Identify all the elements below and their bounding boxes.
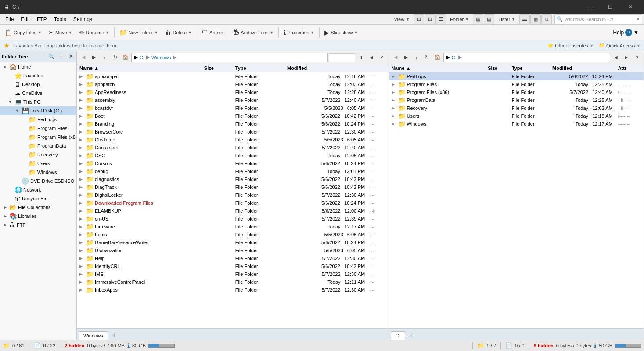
help-button[interactable]: Help ? ▼ <box>609 28 642 37</box>
menu-ftp[interactable]: FTP <box>33 15 50 23</box>
right-file-row[interactable]: ▶ 📁 Recovery File Folder Today 12:02 AM … <box>389 104 644 112</box>
tree-item-ftp[interactable]: ▶ 🖧 FTP <box>0 221 76 229</box>
left-file-row[interactable]: ▶ 📁 en-US File Folder 5/7/2022 12:39 AM … <box>77 215 389 223</box>
tree-item-onedrive[interactable]: ☁ OneDrive <box>0 89 76 98</box>
left-file-row[interactable]: ▶ 📁 ImmersiveControlPanel File Folder To… <box>77 278 389 286</box>
archive-files-button[interactable]: 🗜 Archive Files ▼ <box>230 27 277 38</box>
left-file-row[interactable]: ▶ 📁 AppReadiness File Folder Today 12:28… <box>77 88 389 96</box>
slideshow-button[interactable]: ▶ Slideshow ▼ <box>321 27 361 38</box>
tree-item-filecollections[interactable]: ▶ 📂 File Collections <box>0 203 76 212</box>
left-col-name[interactable]: Name ▲ <box>77 64 201 72</box>
left-home-button[interactable]: 🏠 <box>121 53 130 62</box>
right-file-row[interactable]: ▶ 📁 Windows File Folder Today 12:17 AM -… <box>389 120 644 128</box>
left-file-row[interactable]: ▶ 📁 Fonts File Folder 5/5/2023 6:05 AM r… <box>77 231 389 239</box>
right-info-icon[interactable]: ℹ <box>594 342 596 349</box>
tree-item-programdata[interactable]: 📁 ProgramData <box>0 141 76 150</box>
lister-button[interactable]: Lister▼ <box>495 15 518 24</box>
right-tab-c[interactable]: C: <box>391 331 405 340</box>
folder-button[interactable]: Folder▼ <box>447 15 472 24</box>
left-file-row[interactable]: ▶ 📁 Containers File Folder 5/7/2022 12:4… <box>77 144 389 152</box>
tree-item-localdisk-c[interactable]: ▼ 💾 Local Disk (C:) <box>0 106 76 115</box>
menu-settings[interactable]: Settings <box>70 15 96 23</box>
close-button[interactable]: ✕ <box>620 0 640 14</box>
menu-file[interactable]: File <box>2 15 17 23</box>
left-file-row[interactable]: ▶ 📁 bcastdvr File Folder 5/5/2023 6:05 A… <box>77 104 389 112</box>
left-tab-windows[interactable]: Windows <box>79 331 108 340</box>
left-file-row[interactable]: ▶ 📁 BrowserCore File Folder 5/7/2022 12:… <box>77 128 389 136</box>
admin-button[interactable]: 🛡 Admin <box>199 27 226 38</box>
right-file-row[interactable]: ▶ 📁 ProgramData File Folder Today 12:25 … <box>389 96 644 104</box>
lister-view1[interactable]: ▬ <box>519 14 530 24</box>
left-file-row[interactable]: ▶ 📁 Boot File Folder 5/6/2022 10:42 PM -… <box>77 112 389 120</box>
left-col-size[interactable]: Size <box>201 64 233 72</box>
new-folder-button[interactable]: 📁 New Folder ▼ <box>116 27 161 38</box>
left-up-button[interactable]: ↑ <box>100 53 109 62</box>
right-back-button[interactable]: ◀ <box>391 53 400 62</box>
left-col-attr[interactable] <box>367 64 388 72</box>
right-file-row[interactable]: ▶ 📁 Users File Folder Today 12:18 AM r--… <box>389 112 644 120</box>
right-up-button[interactable]: ↑ <box>412 53 421 62</box>
right-file-row[interactable]: ▶ 📁 Program Files File Folder Today 12:2… <box>389 80 644 88</box>
left-col-modified[interactable]: Modified <box>284 64 367 72</box>
left-file-row[interactable]: ▶ 📁 Cursors File Folder 5/6/2022 10:24 P… <box>77 159 389 167</box>
right-pane-close-button[interactable]: ✕ <box>632 53 642 62</box>
left-file-row[interactable]: ▶ 📁 appcompat File Folder Today 12:16 AM… <box>77 72 389 81</box>
left-file-row[interactable]: ▶ 📁 Globalization File Folder 5/5/2023 6… <box>77 246 389 254</box>
minimize-button[interactable]: — <box>580 0 600 14</box>
tree-item-recyclebin[interactable]: 🗑 Recycle Bin <box>0 194 76 203</box>
left-pane-close-button[interactable]: ✕ <box>377 53 387 62</box>
rename-button[interactable]: ✏ Rename ▼ <box>76 27 113 38</box>
left-file-row[interactable]: ▶ 📁 Help File Folder 5/7/2022 12:30 AM -… <box>77 254 389 262</box>
left-pane-pause-button[interactable]: ⏸ <box>356 53 366 62</box>
lister-view3[interactable]: ⧉ <box>541 14 552 24</box>
quick-access-button[interactable]: 📁 Quick Access ▼ <box>599 43 640 48</box>
left-refresh-button[interactable]: ↻ <box>110 53 120 62</box>
tree-item-dvddrive[interactable]: 💿 DVD Drive ESD-ISO <box>0 177 76 185</box>
left-back-button[interactable]: ◀ <box>79 53 88 62</box>
properties-button[interactable]: ℹ Properties ▼ <box>281 27 317 38</box>
left-file-row[interactable]: ▶ 📁 Firmware File Folder Today 12:17 AM … <box>77 223 389 231</box>
right-col-modified[interactable]: Modified <box>550 64 615 72</box>
folder-view2[interactable]: ▤ <box>484 14 494 24</box>
left-file-row[interactable]: ▶ 📁 InboxApps File Folder 5/7/2022 12:30… <box>77 286 389 294</box>
right-pane-right-button[interactable]: ▶ <box>622 53 631 62</box>
view-list[interactable]: ☰ <box>435 14 446 24</box>
menu-edit[interactable]: Edit <box>17 15 33 23</box>
tree-item-favorites[interactable]: ⭐ Favorites <box>0 71 76 80</box>
left-file-row[interactable]: ▶ 📁 DiagTrack File Folder 5/6/2022 10:42… <box>77 183 389 191</box>
left-file-row[interactable]: ▶ 📁 GameBarPresenceWriter File Folder 5/… <box>77 239 389 246</box>
left-file-row[interactable]: ▶ 📁 assembly File Folder 5/7/2022 12:40 … <box>77 96 389 104</box>
lister-view2[interactable]: ▩ <box>530 14 541 24</box>
tree-item-recovery[interactable]: 📁 Recovery <box>0 150 76 159</box>
left-tab-add-button[interactable]: + <box>109 330 119 340</box>
move-button[interactable]: ✂ Move ▼ <box>46 27 76 38</box>
left-file-row[interactable]: ▶ 📁 CSC File Folder Today 12:05 AM --- <box>77 152 389 159</box>
tree-item-perflogs[interactable]: 📁 PerfLogs <box>0 115 76 124</box>
menu-tools[interactable]: Tools <box>50 15 70 23</box>
folder-tree-up-button[interactable]: ↑ <box>57 53 65 61</box>
right-file-row[interactable]: ▶ 📁 Program Files (x86) File Folder 5/7/… <box>389 88 644 96</box>
left-file-row[interactable]: ▶ 📁 debug File Folder Today 12:01 PM --- <box>77 167 389 175</box>
delete-button[interactable]: 🗑 Delete ▼ <box>162 27 195 38</box>
windows-search-input[interactable]: Windows Search in C:\ <box>565 17 613 22</box>
tree-item-thispc[interactable]: ▼ 💻 This PC <box>0 98 76 106</box>
right-refresh-button[interactable]: ↻ <box>422 53 432 62</box>
left-file-row[interactable]: ▶ 📁 apppatch File Folder Today 12:03 AM … <box>77 80 389 88</box>
left-file-row[interactable]: ▶ 📁 CbsTemp File Folder 5/5/2023 6:05 AM… <box>77 136 389 144</box>
left-file-row[interactable]: ▶ 📁 Branding File Folder 5/6/2022 10:24 … <box>77 120 389 128</box>
tree-item-windows[interactable]: 📁 Windows <box>0 168 76 177</box>
tree-item-programfiles[interactable]: 📁 Program Files <box>0 124 76 133</box>
copy-files-button[interactable]: 📋 Copy Files ▼ <box>2 27 45 38</box>
tree-item-programfilesx86[interactable]: 📁 Program Files (x8 <box>0 133 76 141</box>
right-pane-left-button[interactable]: ◀ <box>611 53 621 62</box>
left-file-row[interactable]: ▶ 📁 ELAMBKUP File Folder 5/6/2022 12:00 … <box>77 207 389 215</box>
right-forward-button[interactable]: ▶ <box>401 53 411 62</box>
tree-item-home[interactable]: ▶ 🏠 Home <box>0 62 76 71</box>
right-col-name[interactable]: Name ▲ <box>389 64 486 72</box>
left-forward-button[interactable]: ▶ <box>89 53 99 62</box>
left-file-row[interactable]: ▶ 📁 DigitalLocker File Folder 5/7/2022 1… <box>77 191 389 199</box>
right-file-row[interactable]: ▶ 📁 PerfLogs File Folder 5/6/2022 10:24 … <box>389 72 644 81</box>
right-col-attr[interactable]: Attr <box>615 64 644 72</box>
folder-view1[interactable]: ▦ <box>473 14 483 24</box>
left-col-type[interactable]: Type <box>233 64 284 72</box>
